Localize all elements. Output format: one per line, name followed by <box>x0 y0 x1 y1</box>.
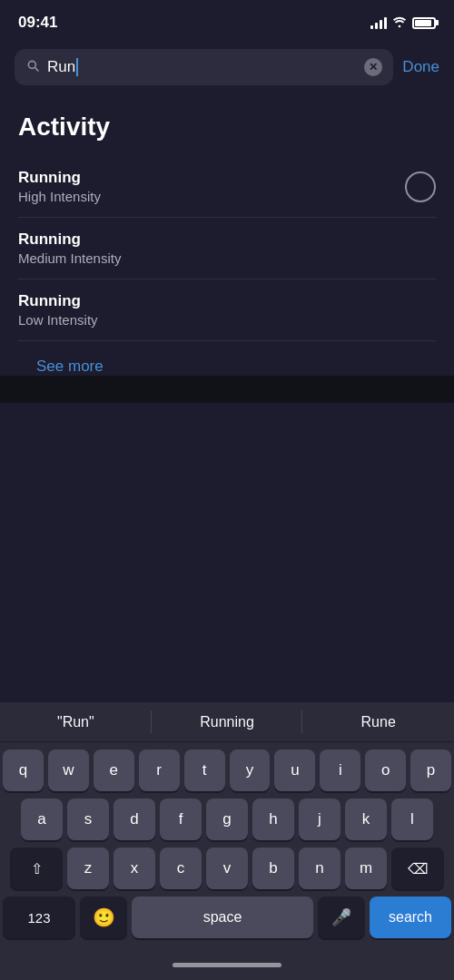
see-more-button[interactable]: See more <box>18 341 436 376</box>
key-m[interactable]: m <box>345 848 387 889</box>
emoji-icon: 🙂 <box>93 906 115 928</box>
backspace-key[interactable]: ⌫ <box>391 848 444 889</box>
key-g[interactable]: g <box>206 799 248 840</box>
keyboard-separator <box>0 376 454 403</box>
search-icon <box>25 58 40 76</box>
key-row-4: 123 🙂 space 🎤 search <box>3 897 451 938</box>
key-h[interactable]: h <box>252 799 294 840</box>
key-d[interactable]: d <box>114 799 155 840</box>
search-input[interactable]: Run <box>47 58 357 76</box>
backspace-icon: ⌫ <box>408 860 429 877</box>
signal-bars-icon <box>370 16 387 29</box>
key-a[interactable]: a <box>21 799 63 840</box>
activity-section: Activity Running High Intensity Running … <box>0 94 454 376</box>
list-item[interactable]: Running High Intensity <box>18 156 436 218</box>
key-z[interactable]: z <box>67 848 109 889</box>
key-x[interactable]: x <box>114 848 155 889</box>
list-item[interactable]: Running Low Intensity <box>18 279 436 341</box>
keyboard-area: "Run" Running Rune q w e r t y u i o p a… <box>0 702 454 980</box>
bottom-bar <box>0 949 454 980</box>
radio-button[interactable] <box>405 172 436 202</box>
key-i[interactable]: i <box>320 750 360 791</box>
key-s[interactable]: s <box>67 799 109 840</box>
emoji-key[interactable]: 🙂 <box>80 897 127 938</box>
activity-item-name: Running <box>18 292 98 310</box>
predictive-bar: "Run" Running Rune <box>0 702 454 742</box>
key-w[interactable]: w <box>48 750 89 791</box>
status-bar: 09:41 <box>0 0 454 40</box>
key-k[interactable]: k <box>345 799 387 840</box>
key-row-1: q w e r t y u i o p <box>3 750 451 791</box>
key-y[interactable]: y <box>230 750 271 791</box>
clear-icon: ✕ <box>369 62 378 73</box>
shift-icon: ⇧ <box>31 860 43 877</box>
key-p[interactable]: p <box>410 750 451 791</box>
key-o[interactable]: o <box>365 750 406 791</box>
key-j[interactable]: j <box>299 799 340 840</box>
key-f[interactable]: f <box>160 799 202 840</box>
key-l[interactable]: l <box>391 799 433 840</box>
key-row-2: a s d f g h j k l <box>3 799 451 840</box>
key-t[interactable]: t <box>184 750 225 791</box>
search-bar[interactable]: Run ✕ <box>15 49 393 85</box>
activity-title: Activity <box>18 113 436 142</box>
activity-item-name: Running <box>18 230 121 249</box>
status-icons <box>370 15 436 31</box>
predictive-item-2[interactable]: Rune <box>302 702 454 741</box>
key-e[interactable]: e <box>94 750 134 791</box>
activity-item-intensity: Low Intensity <box>18 312 98 328</box>
home-indicator <box>173 963 281 967</box>
numeric-key[interactable]: 123 <box>3 897 75 938</box>
done-button[interactable]: Done <box>402 58 439 76</box>
key-n[interactable]: n <box>299 848 340 889</box>
mic-key[interactable]: 🎤 <box>318 897 365 938</box>
key-u[interactable]: u <box>274 750 315 791</box>
shift-key[interactable]: ⇧ <box>10 848 63 889</box>
key-v[interactable]: v <box>206 848 248 889</box>
predictive-item-1[interactable]: Running <box>152 702 303 741</box>
search-key[interactable]: search <box>370 897 451 938</box>
search-container: Run ✕ Done <box>0 40 454 94</box>
key-r[interactable]: r <box>139 750 180 791</box>
status-time: 09:41 <box>18 14 57 32</box>
activity-item-intensity: Medium Intensity <box>18 250 121 266</box>
activity-item-name: Running <box>18 169 101 187</box>
keys-section: q w e r t y u i o p a s d f g h j k l ⇧ <box>0 742 454 949</box>
battery-icon <box>412 17 436 29</box>
predictive-item-0[interactable]: "Run" <box>0 702 152 741</box>
mic-icon: 🎤 <box>331 907 351 927</box>
key-b[interactable]: b <box>252 848 294 889</box>
key-c[interactable]: c <box>160 848 202 889</box>
key-q[interactable]: q <box>3 750 44 791</box>
activity-item-intensity: High Intensity <box>18 189 101 204</box>
list-item[interactable]: Running Medium Intensity <box>18 218 436 279</box>
clear-button[interactable]: ✕ <box>364 58 382 76</box>
space-key[interactable]: space <box>132 897 313 938</box>
key-row-3: ⇧ z x c v b n m ⌫ <box>3 848 451 889</box>
wifi-icon <box>392 15 407 31</box>
